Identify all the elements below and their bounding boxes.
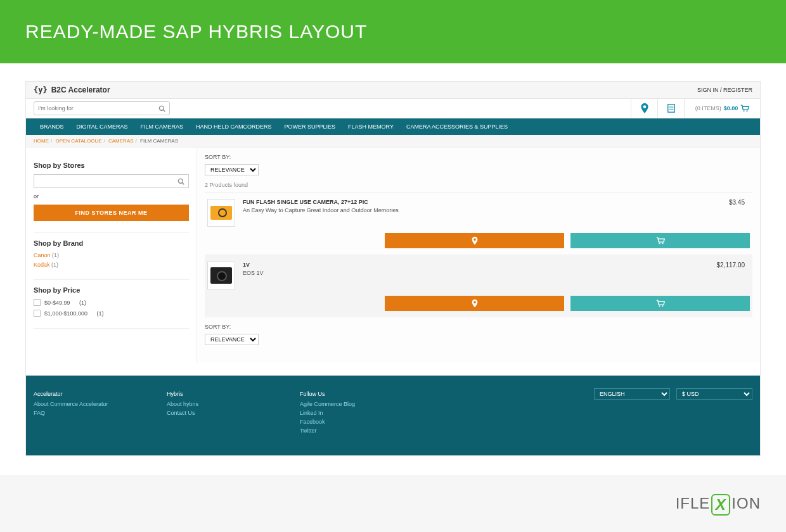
sort-select[interactable]: RELEVANCE (205, 334, 259, 345)
store-search[interactable] (34, 174, 189, 188)
results-count: 2 Products found (205, 182, 752, 188)
footer-heading: Follow Us (300, 391, 433, 397)
main-nav: BRANDS DIGITAL CAMERAS FILM CAMERAS HAND… (26, 118, 760, 135)
product-price: $3.45 (729, 199, 750, 206)
product-desc: EOS 1V (243, 270, 717, 276)
svg-point-13 (662, 305, 663, 307)
cart-icon (656, 300, 665, 307)
top-bar: {y} B2C Accelerator SIGN IN / REGISTER (26, 82, 760, 99)
product-item: 1V EOS 1V $2,117.00 (205, 255, 752, 317)
facet-price-option[interactable]: $0-$49.99 (1) (34, 299, 189, 306)
site-name: B2C Accelerator (51, 86, 110, 94)
pickup-in-store-button[interactable] (385, 296, 564, 311)
facet-price-option[interactable]: $1,000-$100,000 (1) (34, 310, 189, 317)
order-form-button[interactable] (657, 99, 684, 118)
svg-point-7 (747, 110, 748, 111)
logo-icon: {y} (34, 86, 48, 94)
slide-banner: READY-MADE SAP HYBRIS LAYOUT (0, 0, 786, 63)
add-to-cart-button[interactable] (570, 233, 750, 248)
nav-item[interactable]: FLASH MEMORY (342, 118, 400, 135)
product-list-area: SORT BY: RELEVANCE 2 Products found FUN … (197, 148, 760, 363)
sign-in-link[interactable]: SIGN IN / REGISTER (697, 87, 752, 93)
search-box[interactable] (34, 101, 170, 115)
mini-cart[interactable]: (0 ITEMS) $0.00 (684, 99, 760, 118)
checkbox-icon[interactable] (34, 299, 41, 306)
pickup-in-store-button[interactable] (385, 233, 564, 248)
find-stores-button[interactable]: FIND STORES NEAR ME (34, 205, 189, 221)
sort-row-bottom: SORT BY: (205, 324, 752, 330)
footer-link[interactable]: About hybris (167, 401, 300, 407)
store-locator-button[interactable] (631, 99, 657, 118)
footer-link[interactable]: Linked In (300, 410, 433, 416)
svg-point-8 (178, 179, 183, 183)
language-select[interactable]: ENGLISH (594, 388, 670, 400)
location-pin-icon (472, 236, 478, 245)
svg-point-11 (662, 243, 663, 244)
search-icon[interactable] (177, 178, 184, 185)
search-icon[interactable] (158, 105, 165, 112)
sort-label: SORT BY: (205, 154, 231, 160)
vendor-name-post: ION (731, 495, 761, 512)
footer-heading: Hybris (167, 391, 300, 397)
svg-point-12 (659, 305, 660, 307)
nav-item[interactable]: HAND HELD CAMCORDERS (190, 118, 278, 135)
nav-item[interactable]: FILM CAMERAS (134, 118, 190, 135)
cart-total: $0.00 (724, 105, 738, 111)
site-logo[interactable]: {y} B2C Accelerator (34, 86, 110, 94)
footer-col-follow: Follow Us Agile Commerce Blog Linked In … (300, 388, 433, 436)
svg-line-9 (183, 182, 184, 184)
crumb-cameras[interactable]: CAMERAS (108, 138, 134, 144)
cart-items: (0 ITEMS) (695, 105, 721, 111)
footer-link[interactable]: Contact Us (167, 410, 300, 416)
add-to-cart-button[interactable] (570, 296, 750, 311)
search-input[interactable] (38, 105, 158, 111)
crumb-catalogue[interactable]: OPEN CATALOGUE (55, 138, 101, 144)
page-wrap: {y} B2C Accelerator SIGN IN / REGISTER (0, 63, 786, 456)
svg-line-1 (164, 110, 165, 111)
product-item: FUN FLASH SINGLE USE CAMERA, 27+12 PIC A… (205, 192, 752, 255)
store-search-input[interactable] (38, 178, 177, 184)
site-footer: Accelerator About Commerce Accelerator F… (26, 376, 760, 455)
breadcrumb: HOME/ OPEN CATALOGUE/ CAMERAS/ FILM CAME… (26, 135, 760, 148)
crumb-current: FILM CAMERAS (140, 138, 178, 144)
facet-price-title: Shop by Price (34, 286, 189, 294)
facet-sidebar: Shop by Stores or FIND STORES NEAR ME Sh… (26, 148, 197, 363)
vendor-logo-icon: X (711, 494, 730, 516)
search-wrap (26, 99, 631, 118)
footer-link[interactable]: Agile Commerce Blog (300, 401, 433, 407)
svg-point-0 (159, 106, 164, 110)
or-label: or (34, 193, 189, 200)
nav-item[interactable]: CAMERA ACCESSORIES & SUPPLIES (400, 118, 514, 135)
product-desc: An Easy Way to Capture Great Indoor and … (243, 207, 729, 213)
content-area: Shop by Stores or FIND STORES NEAR ME Sh… (26, 148, 760, 363)
storefront: {y} B2C Accelerator SIGN IN / REGISTER (25, 81, 761, 456)
location-pin-icon (472, 299, 478, 308)
sort-label: SORT BY: (205, 324, 231, 330)
vendor-footer: IFLEXION (0, 475, 786, 532)
svg-point-10 (659, 243, 660, 244)
facet-brand-link[interactable]: Kodak (1) (34, 262, 189, 268)
nav-item[interactable]: BRANDS (34, 118, 70, 135)
footer-link[interactable]: FAQ (34, 410, 167, 416)
footer-link[interactable]: About Commerce Accelerator (34, 401, 167, 407)
product-thumb[interactable] (207, 262, 235, 289)
banner-title: READY-MADE SAP HYBRIS LAYOUT (25, 21, 367, 42)
utility-right: (0 ITEMS) $0.00 (631, 99, 760, 118)
currency-select[interactable]: $ USD (676, 388, 752, 400)
product-name[interactable]: FUN FLASH SINGLE USE CAMERA, 27+12 PIC (243, 199, 729, 205)
facet-brand-link[interactable]: Canon (1) (34, 252, 189, 258)
product-thumb[interactable] (207, 199, 235, 227)
nav-item[interactable]: POWER SUPPLIES (278, 118, 342, 135)
nav-item[interactable]: DIGITAL CAMERAS (70, 118, 134, 135)
sort-select[interactable]: RELEVANCE (205, 164, 259, 175)
footer-link[interactable]: Facebook (300, 419, 433, 425)
crumb-home[interactable]: HOME (34, 138, 49, 144)
vendor-name-pre: IFLE (676, 495, 711, 512)
svg-rect-2 (667, 104, 674, 112)
cart-icon (740, 104, 749, 112)
footer-link[interactable]: Twitter (300, 428, 433, 434)
camera-icon (210, 267, 232, 284)
product-name[interactable]: 1V (243, 262, 717, 268)
checkbox-icon[interactable] (34, 310, 41, 317)
footer-col-hybris: Hybris About hybris Contact Us (167, 388, 300, 436)
